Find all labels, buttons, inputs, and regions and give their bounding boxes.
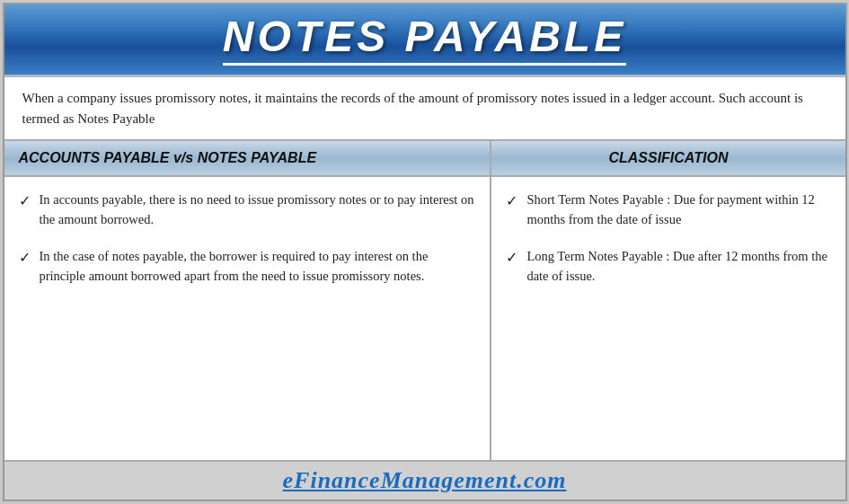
checkmark-icon-4: ✓ bbox=[506, 247, 517, 270]
section-headers: ACCOUNTS PAYABLE v/s NOTES PAYABLE CLASS… bbox=[4, 141, 845, 177]
left-bullet-text-2: In the case of notes payable, the borrow… bbox=[40, 246, 476, 287]
description-area: When a company issues promissory notes, … bbox=[4, 77, 845, 141]
left-bullet-text-1: In accounts payable, there is no need to… bbox=[40, 190, 476, 230]
footer: eFinanceManagement.com bbox=[4, 460, 845, 500]
right-bullet-2: ✓ Long Term Notes Payable : Due after 12… bbox=[506, 246, 830, 287]
footer-text[interactable]: eFinanceManagement.com bbox=[283, 467, 567, 493]
main-container: NOTES PAYABLE When a company issues prom… bbox=[3, 3, 847, 501]
right-content: ✓ Short Term Notes Payable : Due for pay… bbox=[491, 177, 845, 460]
right-bullet-text-2: Long Term Notes Payable : Due after 12 m… bbox=[526, 246, 830, 287]
checkmark-icon-3: ✓ bbox=[506, 190, 517, 213]
right-bullet-1: ✓ Short Term Notes Payable : Due for pay… bbox=[506, 190, 830, 230]
right-bullet-text-1: Short Term Notes Payable : Due for payme… bbox=[526, 190, 830, 230]
left-section-header: ACCOUNTS PAYABLE v/s NOTES PAYABLE bbox=[4, 141, 492, 175]
page-title: NOTES PAYABLE bbox=[223, 12, 626, 66]
left-bullet-2: ✓ In the case of notes payable, the borr… bbox=[19, 246, 476, 287]
checkmark-icon-1: ✓ bbox=[19, 190, 31, 213]
title-bar: NOTES PAYABLE bbox=[4, 4, 845, 77]
left-content: ✓ In accounts payable, there is no need … bbox=[4, 177, 492, 460]
checkmark-icon-2: ✓ bbox=[19, 247, 31, 270]
left-bullet-1: ✓ In accounts payable, there is no need … bbox=[19, 190, 476, 230]
content-area: ✓ In accounts payable, there is no need … bbox=[4, 177, 845, 460]
right-section-header: CLASSIFICATION bbox=[491, 141, 845, 175]
description-text: When a company issues promissory notes, … bbox=[22, 88, 827, 128]
